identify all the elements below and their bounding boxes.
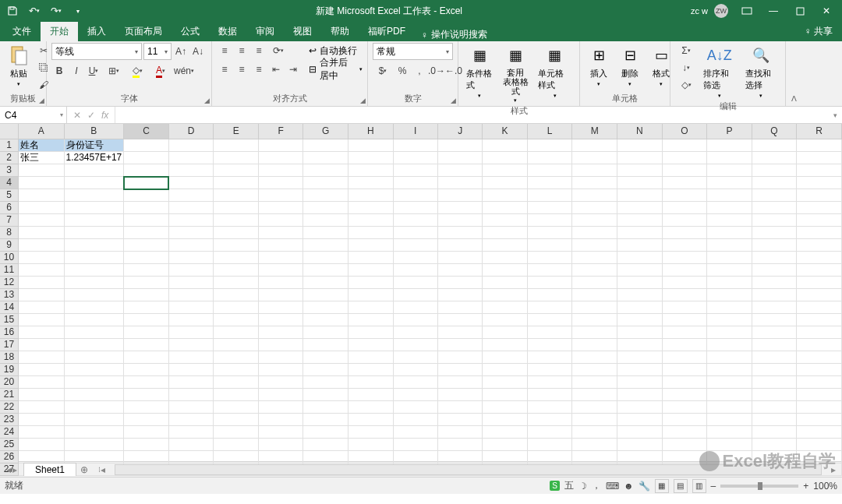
cell-A12[interactable] [19,277,65,289]
cell-I24[interactable] [393,426,437,439]
cell-H13[interactable] [348,289,394,301]
cell-M21[interactable] [572,389,617,401]
cell-L8[interactable] [527,227,571,239]
cell-H8[interactable] [348,227,394,239]
cell-Q12[interactable] [752,277,797,289]
grid-table[interactable]: ABCDEFGHIJKLMNOPQR1姓名身份证号2张三1.23457E+173… [0,124,842,476]
cell-G2[interactable] [303,152,348,164]
align-left-icon[interactable]: ≡ [217,62,232,77]
cell-N4[interactable] [617,177,662,189]
row-header-17[interactable]: 17 [0,339,19,351]
cell-H4[interactable] [348,177,394,189]
cell-D10[interactable] [168,252,214,264]
cell-N11[interactable] [617,264,662,277]
cell-L4[interactable] [527,177,571,189]
increase-indent-icon[interactable]: ⇥ [285,62,301,77]
ime-icon[interactable]: S [550,481,560,491]
cell-H26[interactable] [348,451,394,463]
ime-wrench-icon[interactable]: 🔧 [639,481,650,492]
cell-K7[interactable] [483,214,528,227]
cell-L11[interactable] [527,264,571,277]
ime-label[interactable]: 五 [564,479,574,492]
col-header-Q[interactable]: Q [752,124,797,139]
cell-K10[interactable] [483,252,528,264]
col-header-O[interactable]: O [662,124,707,139]
cell-J10[interactable] [437,252,482,264]
cell-B16[interactable] [64,326,124,339]
cell-J13[interactable] [437,289,482,301]
cell-P19[interactable] [707,364,752,376]
cell-G3[interactable] [303,164,348,177]
cell-L17[interactable] [527,339,571,351]
cell-Q3[interactable] [752,164,797,177]
col-header-B[interactable]: B [64,124,124,139]
ime-comma-icon[interactable]: ， [592,479,601,492]
cell-P5[interactable] [707,189,752,202]
cell-F18[interactable] [258,351,303,364]
cell-P17[interactable] [707,339,752,351]
cell-J9[interactable] [437,239,482,252]
cell-G12[interactable] [303,277,348,289]
cell-D23[interactable] [168,414,214,426]
cell-R16[interactable] [797,326,842,339]
sheet-tab[interactable]: Sheet1 [23,463,76,476]
cell-F15[interactable] [258,314,303,326]
font-launcher-icon[interactable]: ◢ [204,97,210,104]
cell-O15[interactable] [662,314,707,326]
cell-A18[interactable] [19,351,65,364]
align-center-icon[interactable]: ≡ [234,62,249,77]
cell-P9[interactable] [707,239,752,252]
cell-K23[interactable] [483,414,528,426]
tell-me-search[interactable]: ♀操作说明搜索 [415,28,494,41]
cell-I16[interactable] [393,326,437,339]
cell-K2[interactable] [483,152,528,164]
cell-D3[interactable] [168,164,214,177]
cell-H9[interactable] [348,239,394,252]
cell-D11[interactable] [168,264,214,277]
cell-P8[interactable] [707,227,752,239]
cell-F26[interactable] [258,451,303,463]
cell-N25[interactable] [617,439,662,451]
cell-L22[interactable] [527,401,571,414]
paste-button[interactable]: 粘贴 ▾ [5,43,33,89]
cell-J1[interactable] [437,139,482,152]
cell-F19[interactable] [258,364,303,376]
page-layout-view-icon[interactable]: ▤ [674,479,688,493]
cell-I4[interactable] [393,177,437,189]
cell-D21[interactable] [168,389,214,401]
cell-B3[interactable] [64,164,124,177]
cell-A17[interactable] [19,339,65,351]
phonetic-button[interactable]: wén▾ [173,63,195,79]
cell-H10[interactable] [348,252,394,264]
cell-L25[interactable] [527,439,571,451]
cell-E9[interactable] [214,239,259,252]
cell-L10[interactable] [527,252,571,264]
cell-P12[interactable] [707,277,752,289]
cell-F24[interactable] [258,426,303,439]
cell-E5[interactable] [214,189,259,202]
cell-N1[interactable] [617,139,662,152]
normal-view-icon[interactable]: ▦ [655,479,669,493]
tab-foxit[interactable]: 福昕PDF [359,22,415,41]
cell-K18[interactable] [483,351,528,364]
cell-P2[interactable] [707,152,752,164]
row-header-12[interactable]: 12 [0,277,19,289]
cell-F22[interactable] [258,401,303,414]
find-select-button[interactable]: 🔍查找和选择▾ [742,43,781,100]
cell-E3[interactable] [214,164,259,177]
cell-M24[interactable] [572,426,617,439]
cell-J18[interactable] [437,351,482,364]
col-header-G[interactable]: G [303,124,348,139]
cell-N21[interactable] [617,389,662,401]
cell-O10[interactable] [662,252,707,264]
cell-H19[interactable] [348,364,394,376]
row-header-22[interactable]: 22 [0,401,19,414]
cell-D22[interactable] [168,401,214,414]
cell-L21[interactable] [527,389,571,401]
col-header-F[interactable]: F [258,124,303,139]
tab-review[interactable]: 审阅 [246,22,284,41]
name-box[interactable]: C4 [0,107,67,123]
row-header-1[interactable]: 1 [0,139,19,152]
cell-M16[interactable] [572,326,617,339]
row-header-18[interactable]: 18 [0,351,19,364]
